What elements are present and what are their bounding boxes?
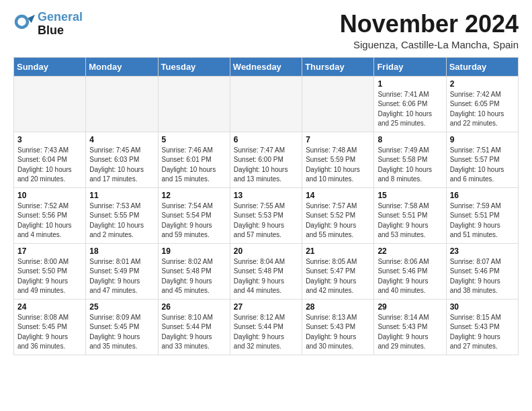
location-subtitle: Siguenza, Castille-La Mancha, Spain bbox=[340, 39, 519, 50]
day-number: 7 bbox=[306, 135, 370, 144]
day-number: 8 bbox=[378, 135, 442, 144]
day-number: 28 bbox=[306, 302, 370, 312]
calendar-week-5: 24Sunrise: 8:08 AM Sunset: 5:45 PM Dayli… bbox=[14, 299, 519, 355]
day-number: 26 bbox=[162, 302, 226, 312]
month-title: November 2024 bbox=[340, 11, 519, 38]
day-info: Sunrise: 8:06 AM Sunset: 5:46 PM Dayligh… bbox=[378, 257, 442, 296]
calendar-cell: 5Sunrise: 7:46 AM Sunset: 6:01 PM Daylig… bbox=[158, 132, 230, 187]
day-number: 4 bbox=[89, 135, 154, 144]
calendar-cell: 27Sunrise: 8:12 AM Sunset: 5:44 PM Dayli… bbox=[230, 299, 302, 355]
day-number: 24 bbox=[17, 302, 82, 312]
day-number: 30 bbox=[450, 302, 515, 312]
calendar-week-1: 1Sunrise: 7:41 AM Sunset: 6:06 PM Daylig… bbox=[14, 76, 519, 132]
calendar-cell: 22Sunrise: 8:06 AM Sunset: 5:46 PM Dayli… bbox=[374, 243, 446, 299]
day-info: Sunrise: 8:12 AM Sunset: 5:44 PM Dayligh… bbox=[234, 313, 298, 352]
day-number: 5 bbox=[162, 135, 226, 144]
day-number: 13 bbox=[234, 191, 298, 200]
calendar-cell: 23Sunrise: 8:07 AM Sunset: 5:46 PM Dayli… bbox=[446, 243, 518, 299]
calendar-cell: 17Sunrise: 8:00 AM Sunset: 5:50 PM Dayli… bbox=[14, 243, 86, 299]
calendar-cell: 6Sunrise: 7:47 AM Sunset: 6:00 PM Daylig… bbox=[230, 132, 302, 187]
title-block: November 2024 Siguenza, Castille-La Manc… bbox=[340, 11, 519, 50]
day-info: Sunrise: 7:59 AM Sunset: 5:51 PM Dayligh… bbox=[450, 201, 515, 240]
calendar-header-wednesday: Wednesday bbox=[230, 57, 302, 76]
day-number: 21 bbox=[306, 246, 370, 256]
calendar-cell: 26Sunrise: 8:10 AM Sunset: 5:44 PM Dayli… bbox=[158, 299, 230, 355]
day-info: Sunrise: 7:45 AM Sunset: 6:03 PM Dayligh… bbox=[89, 146, 154, 185]
day-info: Sunrise: 8:10 AM Sunset: 5:44 PM Dayligh… bbox=[162, 313, 226, 352]
calendar-cell: 14Sunrise: 7:57 AM Sunset: 5:52 PM Dayli… bbox=[302, 187, 374, 243]
day-number: 10 bbox=[17, 191, 82, 200]
day-info: Sunrise: 8:15 AM Sunset: 5:43 PM Dayligh… bbox=[450, 313, 515, 352]
calendar-week-4: 17Sunrise: 8:00 AM Sunset: 5:50 PM Dayli… bbox=[14, 243, 519, 299]
calendar-cell: 10Sunrise: 7:52 AM Sunset: 5:56 PM Dayli… bbox=[14, 187, 86, 243]
calendar-cell: 9Sunrise: 7:51 AM Sunset: 5:57 PM Daylig… bbox=[446, 132, 518, 187]
day-number: 1 bbox=[378, 79, 442, 89]
calendar-cell: 28Sunrise: 8:13 AM Sunset: 5:43 PM Dayli… bbox=[302, 299, 374, 355]
calendar-week-2: 3Sunrise: 7:43 AM Sunset: 6:04 PM Daylig… bbox=[14, 132, 519, 187]
day-info: Sunrise: 7:41 AM Sunset: 6:06 PM Dayligh… bbox=[378, 90, 442, 129]
calendar-header-sunday: Sunday bbox=[14, 57, 86, 76]
day-number: 18 bbox=[89, 246, 154, 256]
calendar-cell: 18Sunrise: 8:01 AM Sunset: 5:49 PM Dayli… bbox=[86, 243, 158, 299]
day-number: 12 bbox=[162, 191, 226, 200]
svg-point-1 bbox=[17, 17, 26, 26]
day-info: Sunrise: 8:09 AM Sunset: 5:45 PM Dayligh… bbox=[89, 313, 154, 352]
calendar-header-monday: Monday bbox=[86, 57, 158, 76]
day-info: Sunrise: 7:52 AM Sunset: 5:56 PM Dayligh… bbox=[17, 201, 82, 240]
day-info: Sunrise: 7:43 AM Sunset: 6:04 PM Dayligh… bbox=[17, 146, 82, 185]
day-info: Sunrise: 7:58 AM Sunset: 5:51 PM Dayligh… bbox=[378, 201, 442, 240]
day-number: 15 bbox=[378, 191, 442, 200]
day-info: Sunrise: 7:51 AM Sunset: 5:57 PM Dayligh… bbox=[450, 146, 515, 185]
calendar-cell bbox=[158, 76, 230, 132]
day-info: Sunrise: 8:02 AM Sunset: 5:48 PM Dayligh… bbox=[162, 257, 226, 296]
day-number: 20 bbox=[234, 246, 298, 256]
calendar-header-thursday: Thursday bbox=[302, 57, 374, 76]
calendar-cell bbox=[14, 76, 86, 132]
calendar-cell: 30Sunrise: 8:15 AM Sunset: 5:43 PM Dayli… bbox=[446, 299, 518, 355]
calendar-cell: 16Sunrise: 7:59 AM Sunset: 5:51 PM Dayli… bbox=[446, 187, 518, 243]
calendar-cell: 24Sunrise: 8:08 AM Sunset: 5:45 PM Dayli… bbox=[14, 299, 86, 355]
day-number: 14 bbox=[306, 191, 370, 200]
day-info: Sunrise: 8:05 AM Sunset: 5:47 PM Dayligh… bbox=[306, 257, 370, 296]
calendar-table: SundayMondayTuesdayWednesdayThursdayFrid… bbox=[13, 57, 519, 355]
calendar-cell: 25Sunrise: 8:09 AM Sunset: 5:45 PM Dayli… bbox=[86, 299, 158, 355]
day-number: 16 bbox=[450, 191, 515, 200]
logo-text: General Blue bbox=[38, 11, 83, 38]
day-number: 25 bbox=[89, 302, 154, 312]
day-info: Sunrise: 7:42 AM Sunset: 6:05 PM Dayligh… bbox=[450, 90, 515, 129]
day-info: Sunrise: 8:13 AM Sunset: 5:43 PM Dayligh… bbox=[306, 313, 370, 352]
calendar-cell: 8Sunrise: 7:49 AM Sunset: 5:58 PM Daylig… bbox=[374, 132, 446, 187]
day-info: Sunrise: 7:46 AM Sunset: 6:01 PM Dayligh… bbox=[162, 146, 226, 185]
day-number: 6 bbox=[234, 135, 298, 144]
logo: General Blue bbox=[13, 11, 83, 38]
logo-icon bbox=[13, 13, 35, 35]
day-info: Sunrise: 7:57 AM Sunset: 5:52 PM Dayligh… bbox=[306, 201, 370, 240]
day-number: 19 bbox=[162, 246, 226, 256]
day-number: 3 bbox=[17, 135, 82, 144]
calendar-cell: 11Sunrise: 7:53 AM Sunset: 5:55 PM Dayli… bbox=[86, 187, 158, 243]
calendar-cell bbox=[302, 76, 374, 132]
calendar-cell: 2Sunrise: 7:42 AM Sunset: 6:05 PM Daylig… bbox=[446, 76, 518, 132]
day-info: Sunrise: 8:07 AM Sunset: 5:46 PM Dayligh… bbox=[450, 257, 515, 296]
calendar-header-friday: Friday bbox=[374, 57, 446, 76]
day-info: Sunrise: 8:08 AM Sunset: 5:45 PM Dayligh… bbox=[17, 313, 82, 352]
calendar-cell: 7Sunrise: 7:48 AM Sunset: 5:59 PM Daylig… bbox=[302, 132, 374, 187]
day-info: Sunrise: 7:53 AM Sunset: 5:55 PM Dayligh… bbox=[89, 201, 154, 240]
calendar-cell bbox=[86, 76, 158, 132]
day-info: Sunrise: 8:01 AM Sunset: 5:49 PM Dayligh… bbox=[89, 257, 154, 296]
calendar-cell: 4Sunrise: 7:45 AM Sunset: 6:03 PM Daylig… bbox=[86, 132, 158, 187]
day-number: 17 bbox=[17, 246, 82, 256]
calendar-cell: 19Sunrise: 8:02 AM Sunset: 5:48 PM Dayli… bbox=[158, 243, 230, 299]
day-info: Sunrise: 8:14 AM Sunset: 5:43 PM Dayligh… bbox=[378, 313, 442, 352]
calendar-cell: 15Sunrise: 7:58 AM Sunset: 5:51 PM Dayli… bbox=[374, 187, 446, 243]
calendar-cell: 1Sunrise: 7:41 AM Sunset: 6:06 PM Daylig… bbox=[374, 76, 446, 132]
day-number: 27 bbox=[234, 302, 298, 312]
day-info: Sunrise: 8:04 AM Sunset: 5:48 PM Dayligh… bbox=[234, 257, 298, 296]
day-info: Sunrise: 7:55 AM Sunset: 5:53 PM Dayligh… bbox=[234, 201, 298, 240]
day-info: Sunrise: 8:00 AM Sunset: 5:50 PM Dayligh… bbox=[17, 257, 82, 296]
day-info: Sunrise: 7:48 AM Sunset: 5:59 PM Dayligh… bbox=[306, 146, 370, 185]
day-info: Sunrise: 7:49 AM Sunset: 5:58 PM Dayligh… bbox=[378, 146, 442, 185]
calendar-cell: 29Sunrise: 8:14 AM Sunset: 5:43 PM Dayli… bbox=[374, 299, 446, 355]
day-info: Sunrise: 7:47 AM Sunset: 6:00 PM Dayligh… bbox=[234, 146, 298, 185]
day-number: 9 bbox=[450, 135, 515, 144]
